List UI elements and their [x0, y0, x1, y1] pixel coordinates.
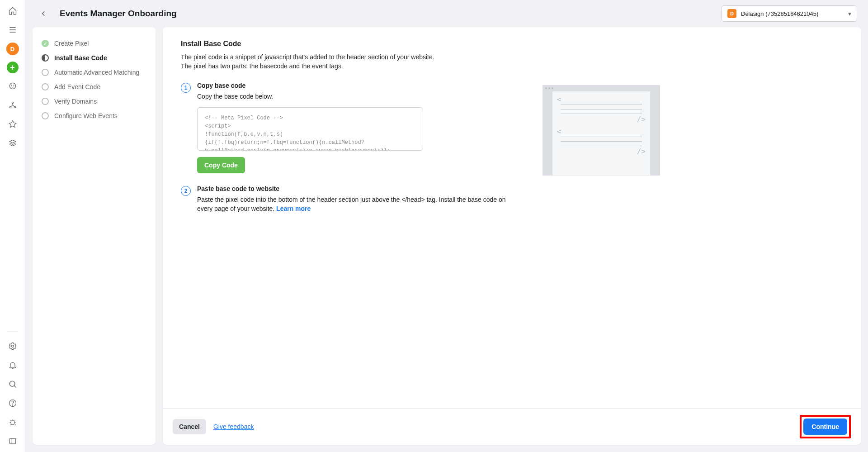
content-footer: Cancel Give feedback Continue [163, 408, 861, 445]
step-heading: Copy base code [197, 82, 515, 89]
svg-point-5 [14, 85, 14, 86]
step-label: Automatic Advanced Matching [54, 69, 139, 76]
page-title: Events Manager Onboarding [60, 9, 177, 19]
svg-point-10 [11, 345, 14, 347]
code-snippet[interactable]: <!-- Meta Pixel Code --> <script> !funct… [197, 107, 423, 151]
svg-line-12 [14, 385, 16, 387]
circle-icon [42, 98, 49, 105]
step-create-pixel[interactable]: Create Pixel [42, 36, 146, 51]
section-description: The pixel code is a snippet of javascrip… [181, 52, 515, 71]
menu-icon[interactable] [5, 24, 21, 36]
back-button[interactable] [36, 6, 51, 21]
custom-conversions-icon[interactable] [5, 118, 21, 130]
check-icon [42, 40, 49, 47]
step-label: Create Pixel [54, 40, 89, 47]
cancel-button[interactable]: Cancel [173, 419, 206, 434]
account-avatar[interactable]: D [6, 43, 19, 55]
svg-point-6 [12, 102, 13, 103]
account-selector[interactable]: D Delasign (735285184621045) ▾ [722, 5, 857, 22]
instruction-step-1: 1 Copy base code Copy the base code belo… [181, 82, 515, 173]
search-icon[interactable] [5, 378, 21, 390]
svg-marker-9 [9, 121, 16, 128]
account-badge: D [727, 9, 736, 18]
step-number-badge: 2 [181, 186, 191, 196]
step-install-base-code[interactable]: Install Base Code [42, 51, 146, 65]
account-name: Delasign (735285184621045) [741, 10, 844, 17]
copy-code-button[interactable]: Copy Code [197, 157, 245, 173]
settings-icon[interactable] [5, 340, 21, 352]
give-feedback-link[interactable]: Give feedback [213, 423, 254, 430]
partner-integrations-icon[interactable] [5, 137, 21, 149]
bug-icon[interactable] [5, 416, 21, 428]
circle-icon [42, 69, 49, 76]
step-label: Install Base Code [54, 54, 107, 62]
svg-point-15 [10, 420, 14, 425]
continue-highlight-box: Continue [800, 415, 851, 438]
collapse-icon[interactable] [5, 435, 21, 447]
step-number-badge: 1 [181, 83, 191, 93]
step-configure-web-events[interactable]: Configure Web Events [42, 109, 146, 123]
svg-point-3 [9, 83, 15, 89]
continue-button[interactable]: Continue [803, 419, 847, 435]
step-label: Add Event Code [54, 83, 100, 90]
circle-icon [42, 83, 49, 90]
section-title: Install Base Code [181, 40, 515, 48]
step-add-event-code[interactable]: Add Event Code [42, 80, 146, 94]
chevron-down-icon: ▾ [848, 10, 851, 17]
steps-sidebar: Create Pixel Install Base Code Automatic… [33, 27, 156, 445]
help-icon[interactable] [5, 397, 21, 409]
step-advanced-matching[interactable]: Automatic Advanced Matching [42, 65, 146, 80]
left-nav-rail: D + [0, 0, 25, 452]
overview-icon[interactable] [5, 80, 21, 92]
step-label: Verify Domains [54, 98, 97, 105]
home-icon[interactable] [5, 5, 21, 17]
progress-icon [42, 54, 49, 62]
svg-point-4 [11, 85, 12, 86]
data-sources-icon[interactable] [5, 99, 21, 111]
content-panel: Install Base Code The pixel code is a sn… [163, 27, 861, 445]
step-text: Copy the base code below. [197, 92, 515, 101]
learn-more-link[interactable]: Learn more [276, 205, 311, 212]
step-label: Configure Web Events [54, 112, 118, 119]
notifications-icon[interactable] [5, 359, 21, 371]
svg-point-14 [12, 405, 13, 405]
code-placement-illustration: < /> < /> [542, 85, 660, 176]
step-text: Paste the pixel code into the bottom of … [197, 195, 515, 214]
header: Events Manager Onboarding D Delasign (73… [25, 0, 868, 27]
svg-point-11 [9, 381, 15, 386]
step-verify-domains[interactable]: Verify Domains [42, 94, 146, 109]
instruction-step-2: 2 Paste base code to website Paste the p… [181, 185, 515, 214]
svg-rect-16 [9, 438, 15, 444]
create-icon[interactable]: + [7, 62, 19, 73]
step-heading: Paste base code to website [197, 185, 515, 192]
circle-icon [42, 112, 49, 119]
